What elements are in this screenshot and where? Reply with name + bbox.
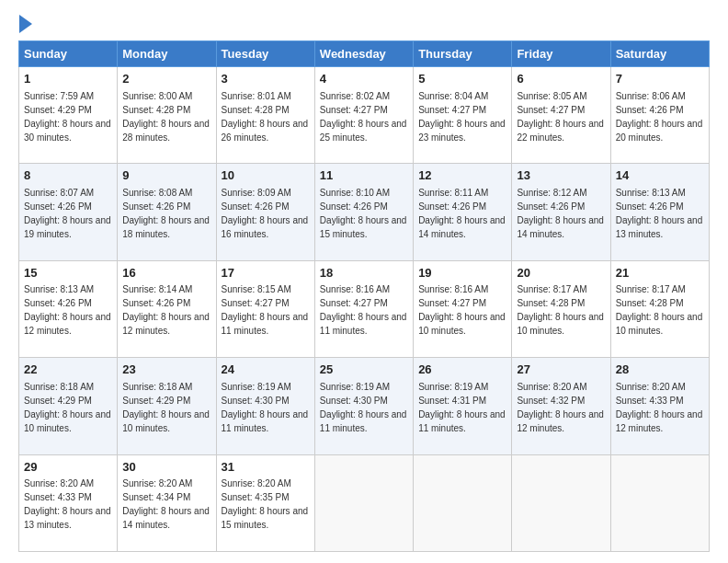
day-info: Sunrise: 8:18 AMSunset: 4:29 PMDaylight:… xyxy=(122,382,210,433)
calendar-cell: 2Sunrise: 8:00 AMSunset: 4:28 PMDaylight… xyxy=(118,67,216,164)
calendar-cell: 16Sunrise: 8:14 AMSunset: 4:26 PMDayligh… xyxy=(118,260,216,357)
day-number: 15 xyxy=(24,265,112,282)
calendar-cell: 8Sunrise: 8:07 AMSunset: 4:26 PMDaylight… xyxy=(19,164,118,260)
calendar-cell: 3Sunrise: 8:01 AMSunset: 4:28 PMDaylight… xyxy=(216,67,314,164)
day-number: 26 xyxy=(418,362,506,378)
calendar-cell: 11Sunrise: 8:10 AMSunset: 4:26 PMDayligh… xyxy=(314,164,413,260)
calendar-cell: 5Sunrise: 8:04 AMSunset: 4:27 PMDaylight… xyxy=(414,67,512,164)
day-info: Sunrise: 8:15 AMSunset: 4:27 PMDaylight:… xyxy=(222,284,309,336)
day-number: 19 xyxy=(418,265,506,282)
calendar-cell: 21Sunrise: 8:17 AMSunset: 4:28 PMDayligh… xyxy=(610,260,709,357)
day-number: 10 xyxy=(222,167,310,184)
calendar-cell: 25Sunrise: 8:19 AMSunset: 4:30 PMDayligh… xyxy=(314,358,413,454)
day-number: 3 xyxy=(222,71,310,87)
calendar-cell: 14Sunrise: 8:13 AMSunset: 4:26 PMDayligh… xyxy=(610,164,709,260)
day-number: 31 xyxy=(222,459,310,476)
day-number: 21 xyxy=(616,265,704,282)
calendar-cell: 9Sunrise: 8:08 AMSunset: 4:26 PMDaylight… xyxy=(118,164,216,260)
logo-icon xyxy=(19,15,32,33)
day-number: 18 xyxy=(320,265,408,282)
calendar-cell: 12Sunrise: 8:11 AMSunset: 4:26 PMDayligh… xyxy=(414,164,512,260)
day-number: 16 xyxy=(122,265,210,282)
day-info: Sunrise: 8:20 AMSunset: 4:33 PMDaylight:… xyxy=(24,478,111,530)
day-info: Sunrise: 8:16 AMSunset: 4:27 PMDaylight:… xyxy=(418,284,506,336)
day-number: 6 xyxy=(517,71,605,87)
calendar-cell: 28Sunrise: 8:20 AMSunset: 4:33 PMDayligh… xyxy=(610,358,709,454)
calendar-cell: 26Sunrise: 8:19 AMSunset: 4:31 PMDayligh… xyxy=(414,358,512,454)
day-info: Sunrise: 8:17 AMSunset: 4:28 PMDaylight:… xyxy=(616,284,703,336)
calendar-cell: 27Sunrise: 8:20 AMSunset: 4:32 PMDayligh… xyxy=(512,358,610,454)
day-number: 24 xyxy=(222,362,310,378)
day-number: 9 xyxy=(122,167,210,184)
calendar-week-2: 8Sunrise: 8:07 AMSunset: 4:26 PMDaylight… xyxy=(19,164,710,260)
calendar-cell xyxy=(414,454,512,551)
day-info: Sunrise: 8:20 AMSunset: 4:32 PMDaylight:… xyxy=(517,382,604,433)
day-number: 25 xyxy=(320,362,408,378)
weekday-header-friday: Friday xyxy=(512,41,610,67)
calendar-cell: 19Sunrise: 8:16 AMSunset: 4:27 PMDayligh… xyxy=(414,260,512,357)
day-info: Sunrise: 8:02 AMSunset: 4:27 PMDaylight:… xyxy=(320,91,407,143)
weekday-header-wednesday: Wednesday xyxy=(314,41,413,67)
calendar-cell: 6Sunrise: 8:05 AMSunset: 4:27 PMDaylight… xyxy=(512,67,610,164)
logo xyxy=(18,15,33,33)
calendar-cell: 29Sunrise: 8:20 AMSunset: 4:33 PMDayligh… xyxy=(19,454,118,551)
day-info: Sunrise: 8:17 AMSunset: 4:28 PMDaylight:… xyxy=(517,284,604,336)
day-info: Sunrise: 8:11 AMSunset: 4:26 PMDaylight:… xyxy=(418,188,506,239)
calendar-cell xyxy=(512,454,610,551)
day-info: Sunrise: 8:20 AMSunset: 4:35 PMDaylight:… xyxy=(222,478,309,530)
calendar-cell xyxy=(314,454,413,551)
day-number: 17 xyxy=(222,265,310,282)
day-info: Sunrise: 8:20 AMSunset: 4:33 PMDaylight:… xyxy=(616,382,703,433)
day-info: Sunrise: 8:01 AMSunset: 4:28 PMDaylight:… xyxy=(222,91,309,143)
weekday-header-monday: Monday xyxy=(118,41,216,67)
calendar-cell: 17Sunrise: 8:15 AMSunset: 4:27 PMDayligh… xyxy=(216,260,314,357)
day-info: Sunrise: 8:19 AMSunset: 4:31 PMDaylight:… xyxy=(418,382,506,433)
day-number: 22 xyxy=(24,362,112,378)
day-info: Sunrise: 8:07 AMSunset: 4:26 PMDaylight:… xyxy=(24,188,111,239)
weekday-header-sunday: Sunday xyxy=(19,41,118,67)
calendar-cell xyxy=(610,454,709,551)
calendar-cell: 23Sunrise: 8:18 AMSunset: 4:29 PMDayligh… xyxy=(118,358,216,454)
day-info: Sunrise: 8:20 AMSunset: 4:34 PMDaylight:… xyxy=(122,478,210,530)
day-info: Sunrise: 7:59 AMSunset: 4:29 PMDaylight:… xyxy=(24,91,111,143)
day-number: 7 xyxy=(616,71,704,87)
calendar-cell: 20Sunrise: 8:17 AMSunset: 4:28 PMDayligh… xyxy=(512,260,610,357)
day-info: Sunrise: 8:13 AMSunset: 4:26 PMDaylight:… xyxy=(24,284,111,336)
day-number: 23 xyxy=(122,362,210,378)
calendar-cell: 31Sunrise: 8:20 AMSunset: 4:35 PMDayligh… xyxy=(216,454,314,551)
day-number: 11 xyxy=(320,167,408,184)
day-number: 20 xyxy=(517,265,605,282)
weekday-header-saturday: Saturday xyxy=(610,41,709,67)
day-number: 29 xyxy=(24,459,112,476)
day-info: Sunrise: 8:06 AMSunset: 4:26 PMDaylight:… xyxy=(616,91,703,143)
calendar-cell: 30Sunrise: 8:20 AMSunset: 4:34 PMDayligh… xyxy=(118,454,216,551)
day-info: Sunrise: 8:12 AMSunset: 4:26 PMDaylight:… xyxy=(517,188,604,239)
day-number: 4 xyxy=(320,71,408,87)
calendar-cell: 22Sunrise: 8:18 AMSunset: 4:29 PMDayligh… xyxy=(19,358,118,454)
day-info: Sunrise: 8:05 AMSunset: 4:27 PMDaylight:… xyxy=(517,91,604,143)
day-number: 1 xyxy=(24,71,112,87)
day-info: Sunrise: 8:10 AMSunset: 4:26 PMDaylight:… xyxy=(320,188,407,239)
day-number: 30 xyxy=(122,459,210,476)
calendar-week-1: 1Sunrise: 7:59 AMSunset: 4:29 PMDaylight… xyxy=(19,67,710,164)
day-info: Sunrise: 8:18 AMSunset: 4:29 PMDaylight:… xyxy=(24,382,111,433)
day-number: 2 xyxy=(122,71,210,87)
calendar-cell: 1Sunrise: 7:59 AMSunset: 4:29 PMDaylight… xyxy=(19,67,118,164)
calendar-header-row: SundayMondayTuesdayWednesdayThursdayFrid… xyxy=(19,41,710,67)
calendar-week-5: 29Sunrise: 8:20 AMSunset: 4:33 PMDayligh… xyxy=(19,454,710,551)
day-number: 27 xyxy=(517,362,605,378)
day-number: 8 xyxy=(24,167,112,184)
day-info: Sunrise: 8:14 AMSunset: 4:26 PMDaylight:… xyxy=(122,284,210,336)
day-info: Sunrise: 8:08 AMSunset: 4:26 PMDaylight:… xyxy=(122,188,210,239)
svg-marker-0 xyxy=(19,15,32,33)
calendar-cell: 4Sunrise: 8:02 AMSunset: 4:27 PMDaylight… xyxy=(314,67,413,164)
calendar-week-4: 22Sunrise: 8:18 AMSunset: 4:29 PMDayligh… xyxy=(19,358,710,454)
calendar-cell: 18Sunrise: 8:16 AMSunset: 4:27 PMDayligh… xyxy=(314,260,413,357)
calendar-week-3: 15Sunrise: 8:13 AMSunset: 4:26 PMDayligh… xyxy=(19,260,710,357)
day-info: Sunrise: 8:16 AMSunset: 4:27 PMDaylight:… xyxy=(320,284,407,336)
day-number: 12 xyxy=(418,167,506,184)
day-number: 5 xyxy=(418,71,506,87)
day-info: Sunrise: 8:13 AMSunset: 4:26 PMDaylight:… xyxy=(616,188,703,239)
calendar-cell: 15Sunrise: 8:13 AMSunset: 4:26 PMDayligh… xyxy=(19,260,118,357)
day-info: Sunrise: 8:00 AMSunset: 4:28 PMDaylight:… xyxy=(122,91,210,143)
